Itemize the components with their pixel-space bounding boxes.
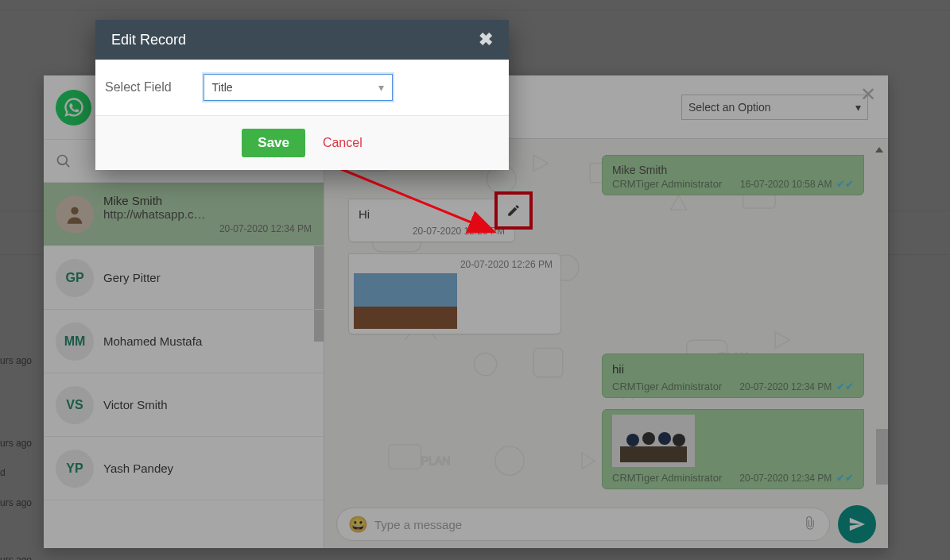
svg-point-19 (642, 432, 655, 445)
contact-item[interactable]: Mike Smith http://whatsapp.c… 20-07-2020… (44, 183, 324, 246)
contact-item[interactable]: GP Gery Pitter (44, 246, 324, 310)
message-outgoing: Mike Smith CRMTiger Administrator 16-07-… (602, 155, 864, 195)
contact-name: Mike Smith (103, 194, 312, 207)
contact-item[interactable]: MM Mohamed Mustafa (44, 310, 324, 373)
message-time: 16-07-2020 10:58 AM (740, 179, 832, 190)
svg-point-21 (673, 434, 685, 446)
message-incoming: Hi 20-07-2020 12:26 PM (348, 199, 515, 242)
message-time: 20-07-2020 12:26 PM (359, 226, 505, 237)
save-button[interactable]: Save (242, 129, 305, 157)
chevron-down-icon: ▾ (378, 81, 384, 94)
double-tick-icon: ✔✔ (836, 472, 854, 484)
contact-item[interactable]: VS Victor Smith (44, 373, 324, 437)
contact-item[interactable]: YP Yash Pandey (44, 437, 324, 500)
svg-point-20 (658, 432, 671, 445)
cancel-button[interactable]: Cancel (323, 136, 363, 150)
chat-header-select[interactable]: Select an Option ▾ (681, 95, 868, 120)
double-tick-icon: ✔✔ (836, 380, 854, 392)
close-panel-icon[interactable]: ✕ (860, 83, 876, 106)
svg-point-0 (71, 207, 78, 214)
modal-header: Edit Record ✖ (95, 20, 509, 60)
svg-point-18 (626, 434, 639, 446)
search-icon (56, 153, 72, 169)
field-select-value: Title (212, 81, 233, 94)
contact-avatar: YP (56, 450, 94, 488)
chat-header-select-label: Select an Option (688, 101, 771, 114)
message-time: 20-07-2020 12:34 PM (739, 473, 832, 484)
emoji-icon[interactable]: 😀 (348, 515, 368, 534)
message-outgoing-image: CRMTiger Administrator 20-07-2020 12:34 … (602, 409, 864, 489)
field-select[interactable]: Title ▾ (204, 74, 393, 101)
contact-avatar: VS (56, 386, 94, 424)
message-text: hii (612, 362, 854, 376)
contact-list: Mike Smith http://whatsapp.c… 20-07-2020… (44, 183, 324, 548)
contact-name: Victor Smith (103, 398, 312, 411)
attach-icon[interactable] (802, 516, 818, 534)
modal-body: Select Field Title ▾ (95, 60, 509, 115)
chat-scrollbar[interactable] (876, 429, 888, 485)
pencil-icon (506, 203, 521, 218)
message-author: CRMTiger Administrator (612, 380, 722, 392)
message-image[interactable] (354, 273, 457, 329)
message-time: 20-07-2020 12:26 PM (460, 259, 553, 270)
contact-name: Mohamed Mustafa (103, 334, 312, 348)
message-sender: Mike Smith (612, 164, 854, 176)
edit-message-button[interactable] (494, 191, 533, 230)
contact-name: Yash Pandey (103, 462, 312, 475)
chat-input-bar: 😀 (324, 500, 888, 548)
message-time: 20-07-2020 12:34 PM (739, 381, 832, 392)
modal-close-button[interactable]: ✖ (479, 29, 493, 50)
contact-subtitle: http://whatsapp.c… (103, 207, 312, 221)
contact-avatar: MM (56, 322, 94, 361)
message-input[interactable] (374, 518, 796, 531)
field-label: Select Field (105, 80, 172, 95)
double-tick-icon: ✔✔ (836, 178, 854, 190)
modal-footer: Save Cancel (95, 115, 509, 170)
svg-rect-17 (620, 446, 687, 462)
contact-avatar (56, 195, 94, 234)
whatsapp-logo-icon (56, 90, 91, 126)
send-button[interactable] (838, 505, 876, 543)
send-icon (848, 516, 866, 533)
modal-title: Edit Record (111, 32, 186, 48)
message-outgoing: hii CRMTiger Administrator 20-07-2020 12… (602, 353, 864, 398)
chat-body: PLAN PLAN Mike Smith CRM (324, 139, 888, 500)
message-text: Hi (359, 207, 505, 221)
message-author: CRMTiger Administrator (612, 472, 722, 484)
edit-record-modal: Edit Record ✖ Select Field Title ▾ Save … (95, 20, 509, 170)
message-image[interactable] (612, 415, 695, 467)
contact-time: 20-07-2020 12:34 PM (103, 223, 312, 234)
message-author: CRMTiger Administrator (612, 178, 722, 190)
chat-input-wrapper: 😀 (336, 508, 830, 541)
message-incoming-image: 20-07-2020 12:26 PM (348, 253, 561, 334)
contact-avatar: GP (56, 259, 94, 297)
contact-name: Gery Pitter (103, 271, 312, 284)
